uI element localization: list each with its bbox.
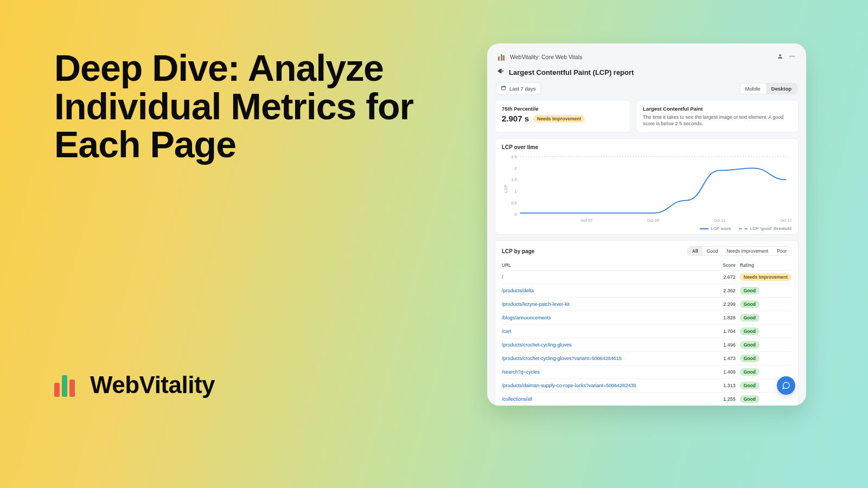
row-score: 1.473 bbox=[715, 352, 740, 365]
page-url-link[interactable]: /collections/all bbox=[502, 396, 532, 402]
back-arrow-icon[interactable] bbox=[497, 67, 505, 77]
percentile-value: 2.907 s bbox=[502, 114, 529, 123]
page-url-link[interactable]: /products/delta bbox=[502, 288, 534, 293]
rating-pill: Good bbox=[740, 368, 760, 376]
page-url-link[interactable]: /products/daiman-supply-co-rope-locks?va… bbox=[502, 383, 636, 388]
col-score[interactable]: Score bbox=[715, 260, 740, 271]
app-window: WebVitality: Core Web Vitals Largest Con… bbox=[487, 43, 806, 406]
table-row[interactable]: /products/delta2.362Good bbox=[502, 284, 792, 298]
filter-poor[interactable]: Poor bbox=[773, 247, 791, 255]
svg-point-1 bbox=[792, 56, 793, 57]
device-desktop[interactable]: Desktop bbox=[766, 84, 797, 94]
row-score: 1.828 bbox=[715, 311, 740, 325]
row-score: 2.672 bbox=[715, 271, 740, 284]
window-title-row: WebVitality: Core Web Vitals bbox=[498, 53, 582, 61]
table-filter-segment: AllGoodNeeds ImprovementPoor bbox=[687, 246, 792, 256]
date-range-label: Last 7 days bbox=[509, 86, 536, 92]
metric-info-desc: The time it takes to see the largest ima… bbox=[643, 114, 792, 127]
page-url-link[interactable]: /products/crochet-cycling-gloves?variant… bbox=[502, 356, 622, 361]
row-score: 1.496 bbox=[715, 338, 740, 352]
legend-score: LCP score bbox=[700, 226, 731, 231]
rating-pill: Good bbox=[740, 395, 760, 403]
filter-all[interactable]: All bbox=[688, 247, 703, 255]
table-row[interactable]: /products/lezyne-patch-lever-kit2.299Goo… bbox=[502, 298, 792, 311]
svg-text:1: 1 bbox=[515, 189, 517, 194]
lcp-chart: 00.511.522.5LCPOct 07Oct 09Oct 11Oct 13 bbox=[502, 153, 792, 224]
table-row[interactable]: /collections/all1.255Good bbox=[502, 393, 792, 406]
filter-good[interactable]: Good bbox=[703, 247, 723, 255]
rating-pill: Good bbox=[740, 355, 760, 362]
col-rating[interactable]: Rating bbox=[740, 260, 792, 271]
svg-point-2 bbox=[794, 56, 795, 57]
legend-threshold: LCP "good" threshold bbox=[739, 226, 792, 231]
row-score: 2.299 bbox=[715, 298, 740, 311]
table-row[interactable]: /2.672Needs Improvement bbox=[502, 271, 792, 284]
user-icon[interactable] bbox=[777, 52, 783, 62]
rating-pill: Good bbox=[740, 382, 760, 389]
rating-pill: Good bbox=[740, 328, 760, 335]
hero-headline: Deep Dive: Analyze Individual Metrics fo… bbox=[54, 49, 423, 164]
row-score: 2.362 bbox=[715, 284, 740, 298]
svg-rect-4 bbox=[501, 86, 506, 90]
page-url-link[interactable]: /products/lezyne-patch-lever-kit bbox=[502, 301, 570, 307]
page-url-link[interactable]: /products/crochet-cycling-gloves bbox=[502, 342, 572, 348]
table-card: LCP by page AllGoodNeeds ImprovementPoor… bbox=[495, 240, 799, 406]
brand-row: WebVitality bbox=[54, 371, 215, 399]
table-row[interactable]: /products/crochet-cycling-gloves?variant… bbox=[502, 352, 792, 365]
percentile-label: 75th Percentile bbox=[502, 106, 623, 112]
brand-name: WebVitality bbox=[90, 371, 215, 399]
svg-text:0: 0 bbox=[515, 212, 517, 217]
metric-info-card: Largest Contentful Paint The time it tak… bbox=[636, 100, 799, 133]
table-row[interactable]: /blogs/announcements1.828Good bbox=[502, 311, 792, 325]
rating-pill: Good bbox=[740, 341, 760, 349]
rating-pill: Good bbox=[740, 287, 760, 294]
row-score: 1.704 bbox=[715, 325, 740, 338]
chart-title: LCP over time bbox=[502, 144, 792, 150]
svg-text:Oct 11: Oct 11 bbox=[714, 218, 726, 223]
svg-text:LCP: LCP bbox=[503, 185, 508, 193]
svg-text:Oct 09: Oct 09 bbox=[647, 218, 659, 223]
page-url-link[interactable]: /search?q=cycles bbox=[502, 369, 540, 375]
row-score: 1.409 bbox=[715, 365, 740, 379]
date-range-chip[interactable]: Last 7 days bbox=[496, 82, 541, 94]
window-title: WebVitality: Core Web Vitals bbox=[510, 54, 582, 60]
rating-pill: Good bbox=[740, 300, 760, 308]
row-score: 1.313 bbox=[715, 379, 740, 393]
percentile-rating-pill: Needs Improvement bbox=[533, 115, 585, 123]
device-segment: MobileDesktop bbox=[739, 83, 797, 94]
table-row[interactable]: /products/crochet-cycling-gloves1.496Goo… bbox=[502, 338, 792, 352]
page-url-link[interactable]: /cart bbox=[502, 329, 512, 334]
more-icon[interactable] bbox=[789, 52, 795, 62]
svg-text:1.5: 1.5 bbox=[511, 178, 516, 183]
calendar-icon bbox=[501, 85, 506, 92]
table-row[interactable]: /products/daiman-supply-co-rope-locks?va… bbox=[502, 379, 792, 393]
filter-needs-improvement[interactable]: Needs Improvement bbox=[722, 247, 773, 255]
report-title: Largest Contentful Paint (LCP) report bbox=[509, 68, 634, 76]
help-fab[interactable] bbox=[777, 376, 795, 395]
page-url-link[interactable]: /blogs/announcements bbox=[502, 315, 551, 320]
svg-text:Oct 07: Oct 07 bbox=[580, 218, 592, 223]
table-title: LCP by page bbox=[502, 248, 534, 254]
svg-point-0 bbox=[790, 56, 791, 57]
device-mobile[interactable]: Mobile bbox=[740, 84, 766, 94]
rating-pill: Good bbox=[740, 314, 760, 322]
rating-pill: Needs Improvement bbox=[740, 273, 792, 281]
svg-text:Oct 13: Oct 13 bbox=[780, 218, 792, 223]
col-url[interactable]: URL bbox=[502, 260, 715, 271]
lcp-table: URL Score Rating /2.672Needs Improvement… bbox=[502, 260, 792, 406]
app-logo-icon bbox=[498, 53, 506, 61]
svg-text:2.5: 2.5 bbox=[511, 155, 516, 159]
metric-info-label: Largest Contentful Paint bbox=[643, 106, 792, 112]
table-row[interactable]: /search?q=cycles1.409Good bbox=[502, 365, 792, 379]
percentile-card: 75th Percentile 2.907 s Needs Improvemen… bbox=[495, 100, 630, 133]
svg-text:0.5: 0.5 bbox=[511, 201, 516, 206]
row-score: 1.255 bbox=[715, 393, 740, 406]
brand-logo-icon bbox=[54, 373, 78, 397]
chart-card: LCP over time 00.511.522.5LCPOct 07Oct 0… bbox=[495, 138, 799, 235]
svg-text:2: 2 bbox=[515, 166, 517, 171]
page-url-link[interactable]: / bbox=[502, 274, 503, 280]
table-row[interactable]: /cart1.704Good bbox=[502, 325, 792, 338]
